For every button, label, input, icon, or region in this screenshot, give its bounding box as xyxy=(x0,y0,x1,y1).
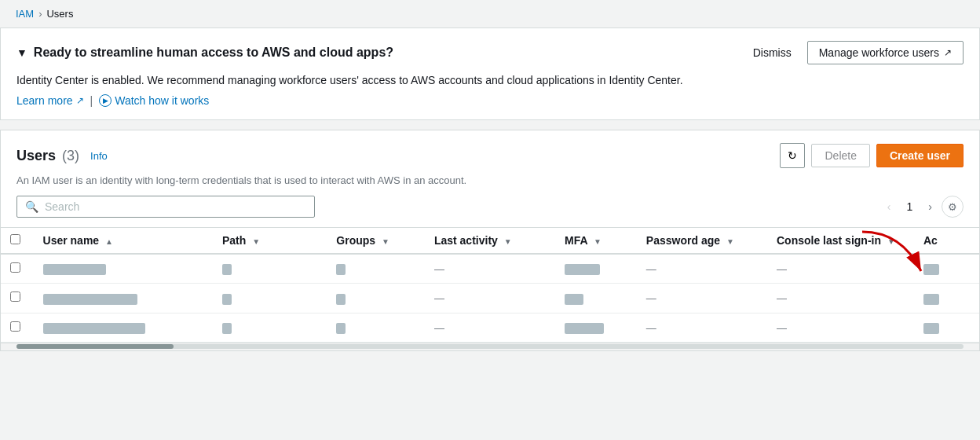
passwordage-sort-icon: ▼ xyxy=(726,237,734,246)
learn-more-label: Learn more xyxy=(16,94,73,107)
link-separator: | xyxy=(90,94,93,107)
users-header: Users (3) Info ↻ Delete Create user xyxy=(1,130,979,174)
scroll-track xyxy=(16,344,964,349)
create-user-button[interactable]: Create user xyxy=(876,144,964,167)
breadcrumb-current-page: Users xyxy=(46,8,73,20)
watch-label: Watch how it works xyxy=(115,94,209,107)
search-box[interactable]: 🔍 xyxy=(16,196,315,218)
sort-asc-icon: ▲ xyxy=(105,237,113,246)
row3-passwordage: — xyxy=(637,313,767,342)
breadcrumb: IAM › Users xyxy=(0,0,980,28)
search-pagination-area: 🔍 ‹ 1 › ⚙ xyxy=(1,196,979,227)
row2-path-blurred xyxy=(222,294,232,305)
row1-groups xyxy=(327,254,425,284)
col-lastactivity-label: Last activity xyxy=(434,234,498,247)
select-all-checkbox[interactable] xyxy=(10,234,20,244)
groups-sort-icon: ▼ xyxy=(382,237,389,246)
col-header-path[interactable]: Path ▼ xyxy=(213,228,327,255)
row1-mfa-blurred xyxy=(565,264,600,275)
dismiss-button[interactable]: Dismiss xyxy=(747,43,798,62)
identity-center-banner: ▼ Ready to streamline human access to AW… xyxy=(0,28,980,120)
row1-username[interactable] xyxy=(34,254,213,284)
settings-icon: ⚙ xyxy=(948,201,957,213)
consolesignin-sort-icon: ▼ xyxy=(887,237,895,246)
watch-how-it-works-link[interactable]: ▶ Watch how it works xyxy=(99,94,209,107)
row3-checkbox[interactable] xyxy=(10,321,20,332)
col-header-consolesignin[interactable]: Console last sign-in ▼ xyxy=(767,228,914,255)
col-header-access[interactable]: Ac xyxy=(914,228,979,255)
row2-groups xyxy=(327,284,425,313)
row3-username[interactable] xyxy=(34,313,213,342)
banner-title-area: ▼ Ready to streamline human access to AW… xyxy=(16,46,393,60)
search-icon: 🔍 xyxy=(25,200,38,213)
col-header-username[interactable]: User name ▲ xyxy=(34,228,213,255)
learn-more-external-icon: ↗ xyxy=(76,95,84,106)
row1-consolesignin-value: — xyxy=(777,263,787,275)
breadcrumb-iam-link[interactable]: IAM xyxy=(16,8,34,20)
delete-button[interactable]: Delete xyxy=(811,144,869,167)
row1-groups-blurred xyxy=(336,264,346,275)
table-row: — — — xyxy=(1,284,979,313)
breadcrumb-separator: › xyxy=(38,8,42,20)
col-groups-label: Groups xyxy=(336,234,375,247)
row3-consolesignin: — xyxy=(767,313,914,342)
pagination-area: ‹ 1 › ⚙ xyxy=(883,196,964,218)
row2-passwordage: — xyxy=(637,284,767,313)
learn-more-link[interactable]: Learn more ↗ xyxy=(16,94,84,107)
manage-workforce-button[interactable]: Manage workforce users ↗ xyxy=(807,41,964,64)
column-settings-button[interactable]: ⚙ xyxy=(942,196,964,218)
row2-username-blurred xyxy=(43,294,137,305)
col-header-lastactivity[interactable]: Last activity ▼ xyxy=(425,228,555,255)
manage-workforce-label: Manage workforce users xyxy=(819,46,939,59)
row2-mfa xyxy=(555,284,637,313)
row2-passwordage-value: — xyxy=(646,292,656,304)
prev-page-button[interactable]: ‹ xyxy=(883,197,896,216)
refresh-button[interactable]: ↻ xyxy=(780,143,805,168)
table-row: — — — xyxy=(1,254,979,284)
col-consolesignin-label: Console last sign-in xyxy=(777,234,881,247)
row2-consolesignin: — xyxy=(767,284,914,313)
row2-access-blurred xyxy=(923,294,939,305)
row2-access xyxy=(914,284,979,313)
table-header-row: User name ▲ Path ▼ Groups ▼ Last activit… xyxy=(1,228,979,255)
scroll-thumb xyxy=(16,344,174,349)
row2-consolesignin-value: — xyxy=(777,292,787,304)
row3-lastactivity-value: — xyxy=(434,322,444,334)
row3-username-blurred xyxy=(43,323,145,334)
row3-lastactivity: — xyxy=(425,313,555,342)
users-count: (3) xyxy=(62,148,79,164)
row2-checkbox-cell xyxy=(1,284,34,313)
next-page-button[interactable]: › xyxy=(923,197,937,216)
row3-access xyxy=(914,313,979,342)
col-header-passwordage[interactable]: Password age ▼ xyxy=(637,228,767,255)
users-table: User name ▲ Path ▼ Groups ▼ Last activit… xyxy=(1,227,979,343)
horizontal-scrollbar[interactable] xyxy=(1,343,979,350)
row2-lastactivity: — xyxy=(425,284,555,313)
external-link-icon: ↗ xyxy=(944,47,952,58)
row3-passwordage-value: — xyxy=(646,322,656,334)
lastactivity-sort-icon: ▼ xyxy=(504,237,512,246)
row3-checkbox-cell xyxy=(1,313,34,342)
row2-checkbox[interactable] xyxy=(10,292,20,302)
col-path-label: Path xyxy=(222,234,246,247)
col-header-groups[interactable]: Groups ▼ xyxy=(327,228,425,255)
row1-lastactivity-value: — xyxy=(434,263,444,275)
row3-consolesignin-value: — xyxy=(777,322,787,334)
info-button[interactable]: Info xyxy=(86,148,112,163)
users-actions: ↻ Delete Create user xyxy=(780,143,964,168)
path-sort-icon: ▼ xyxy=(252,237,260,246)
row1-username-blurred xyxy=(43,264,106,275)
mfa-sort-icon: ▼ xyxy=(594,237,602,246)
row3-groups xyxy=(327,313,425,342)
banner-toggle[interactable]: ▼ xyxy=(16,46,27,59)
col-mfa-label: MFA xyxy=(565,234,587,247)
row1-consolesignin: — xyxy=(767,254,914,284)
col-header-mfa[interactable]: MFA ▼ xyxy=(555,228,637,255)
row1-checkbox[interactable] xyxy=(10,262,20,273)
row3-path xyxy=(213,313,327,342)
row1-access-blurred xyxy=(923,264,939,275)
row1-passwordage: — xyxy=(637,254,767,284)
row2-username[interactable] xyxy=(34,284,213,313)
search-input[interactable] xyxy=(45,200,306,213)
row2-path xyxy=(213,284,327,313)
